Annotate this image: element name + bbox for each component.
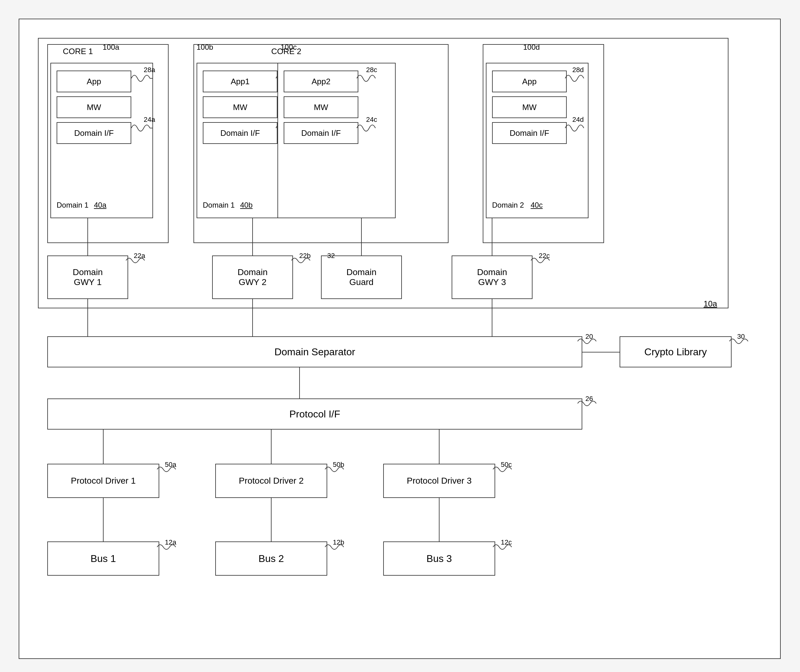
line-pd3-bus3 — [439, 498, 439, 542]
line-pd1-bus1 — [103, 498, 104, 542]
core2-domain1-app-box: App1 — [203, 70, 277, 92]
core2-domain2-app-box: App2 — [284, 70, 358, 92]
line-pif-pd2 — [271, 430, 271, 464]
ref-24d: 24d — [572, 116, 584, 124]
domain1-core2-label: Domain 1 — [203, 201, 235, 210]
domain-guard-box: Domain Guard — [321, 256, 402, 299]
ref-100b: 100b — [197, 43, 213, 51]
line-core3-gwy3 — [492, 218, 492, 256]
pd3-box: Protocol Driver 3 — [383, 464, 495, 498]
gwy1-box: Domain GWY 1 — [47, 256, 128, 299]
line-gwy3-ds — [492, 299, 492, 337]
ref-100d: 100d — [523, 43, 540, 51]
ref-12c: 12c — [501, 538, 511, 546]
line-core2-guard — [361, 218, 362, 256]
domain1-core1-ref: 40a — [94, 201, 106, 210]
bus2-box: Bus 2 — [215, 541, 327, 576]
ref-12a: 12a — [165, 538, 176, 546]
line-pd2-bus2 — [271, 498, 271, 542]
domain-separator-box: Domain Separator — [47, 336, 582, 367]
core1-mw-box: MW — [57, 96, 131, 118]
core2-domain1-domainif-box: Domain I/F — [203, 122, 277, 144]
ref-28a: 28a — [144, 66, 155, 74]
pd1-box: Protocol Driver 1 — [47, 464, 159, 498]
line-core1-gwy1 — [87, 218, 88, 256]
ref-50a: 50a — [165, 461, 176, 469]
ref-30: 30 — [737, 333, 745, 341]
ref-28c: 28c — [366, 66, 377, 74]
domain2-core3-label: Domain 2 — [492, 201, 524, 210]
domain2-core3-ref: 40c — [531, 201, 543, 210]
core1-app-box: App — [57, 70, 131, 92]
ref-22b: 22b — [299, 252, 311, 260]
ref-22a: 22a — [134, 252, 145, 260]
line-ds-pif — [299, 367, 300, 399]
line-core2-gwy2 — [252, 218, 253, 256]
core1-label: CORE 1 — [63, 46, 93, 56]
core1-ref: 100a — [103, 43, 119, 51]
gwy2-box: Domain GWY 2 — [212, 256, 293, 299]
ref-22c: 22c — [539, 252, 550, 260]
ref-26: 26 — [585, 395, 593, 403]
ref-10a: 10a — [704, 299, 717, 309]
bus1-box: Bus 1 — [47, 541, 159, 576]
gwy3-box: Domain GWY 3 — [452, 256, 532, 299]
ref-24c: 24c — [366, 116, 377, 124]
ref-24a: 24a — [144, 116, 155, 124]
crypto-library-box: Crypto Library — [620, 336, 731, 367]
core3-domainif-box: Domain I/F — [492, 122, 567, 144]
core2-domain2-domainif-box: Domain I/F — [284, 122, 358, 144]
line-pif-pd1 — [103, 430, 104, 464]
ref-50b: 50b — [333, 461, 344, 469]
ref-32: 32 — [327, 252, 335, 260]
protocol-if-box: Protocol I/F — [47, 398, 582, 430]
ref-100c: 100c — [281, 43, 297, 51]
domain1-core1-label: Domain 1 — [57, 201, 89, 210]
ref-12b: 12b — [333, 538, 344, 546]
ref-20: 20 — [585, 333, 593, 341]
core2-domain1-mw-box: MW — [203, 96, 277, 118]
bus3-box: Bus 3 — [383, 541, 495, 576]
core2-domain2-mw-box: MW — [284, 96, 358, 118]
line-ds-crypto — [582, 352, 620, 352]
line-gwy2-ds — [252, 299, 253, 337]
core3-app-box: App — [492, 70, 567, 92]
diagram-container: CORE 1 100a App MW Domain I/F Domain 1 4… — [19, 19, 781, 659]
line-gwy1-ds — [87, 299, 88, 337]
domain1-core2-ref: 40b — [240, 201, 253, 210]
pd2-box: Protocol Driver 2 — [215, 464, 327, 498]
line-pif-pd3 — [439, 430, 439, 464]
ref-28d: 28d — [572, 66, 584, 74]
core3-mw-box: MW — [492, 96, 567, 118]
core1-domainif-box: Domain I/F — [57, 122, 131, 144]
ref-50c: 50c — [501, 461, 511, 469]
